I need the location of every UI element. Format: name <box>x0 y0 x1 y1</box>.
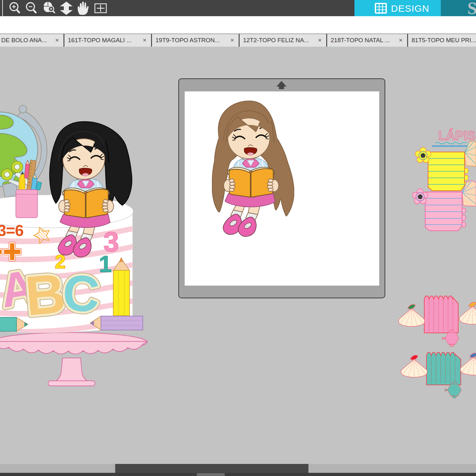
svg-text:3=6: 3=6 <box>0 222 23 240</box>
svg-text:C: C <box>61 264 101 323</box>
svg-text:S: S <box>467 0 476 16</box>
svg-text:1: 1 <box>99 251 112 277</box>
svg-text:LÁPIS N: LÁPIS N <box>438 129 476 142</box>
